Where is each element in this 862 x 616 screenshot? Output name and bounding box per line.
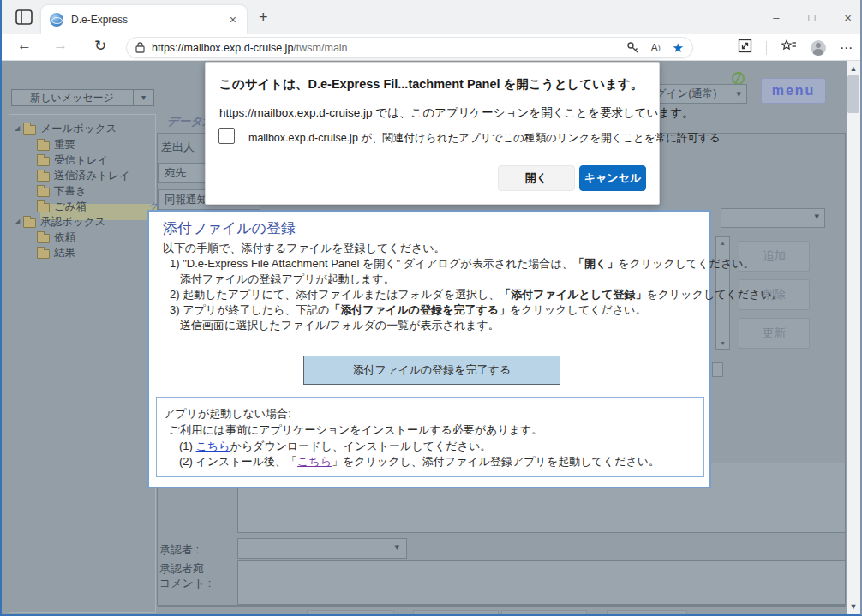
modal-intro: 以下の手順で、添付するファイルを登録してください。 xyxy=(163,241,446,256)
approver-comment-label-line1: 承認者宛 xyxy=(159,561,204,577)
bottom-action-button-2[interactable] xyxy=(413,610,499,614)
approver-select[interactable]: ▾ xyxy=(237,538,407,559)
back-button[interactable]: ← xyxy=(17,37,32,54)
always-allow-checkbox[interactable] xyxy=(218,128,235,144)
forward-button[interactable]: → xyxy=(53,37,68,54)
folder-tree-panel: ◢メールボックス 重要 受信トレイ 送信済みトレイ 下書き ごみ箱 クリア ◢承… xyxy=(9,114,156,613)
step1-bold: 「開く」 xyxy=(573,257,618,270)
collections-icon[interactable] xyxy=(781,39,797,57)
scroll-down-icon[interactable]: ▾ xyxy=(716,339,729,347)
tab-close-icon[interactable]: × xyxy=(228,13,238,27)
url-path: /twsm/main xyxy=(293,42,347,54)
modal-step2: 2) 起動したアプリにて、添付ファイルまたはフォルダを選択し、「添付ファイルとし… xyxy=(170,287,783,302)
complete-registration-button[interactable]: 添付ファイルの登録を完了する xyxy=(303,356,560,385)
menu-button[interactable]: menu xyxy=(761,78,826,104)
password-key-icon[interactable] xyxy=(626,41,639,54)
modal-step1: 1) "D.e-Express File Attachment Panel を開… xyxy=(170,256,755,272)
profile-avatar[interactable] xyxy=(811,40,826,56)
address-bar[interactable]: https://mailbox.exp.d-cruise.jp/twsm/mai… xyxy=(126,37,693,58)
help-line2-pre: (1) xyxy=(179,440,196,452)
open-app-permission-dialog: このサイトは、D.e-Express Fil...tachment Panel … xyxy=(205,62,660,205)
form-bottom-border xyxy=(158,606,846,607)
new-message-dropdown-icon[interactable]: ▾ xyxy=(133,90,153,105)
new-message-label: 新しいメッセージ xyxy=(12,90,132,105)
update-button[interactable]: 更新 xyxy=(739,318,810,349)
help-line2: (1) こちらからダウンロードし、インストールしてください。 xyxy=(179,439,491,454)
tree-label: 送信済みトレイ xyxy=(54,170,130,182)
open-button[interactable]: 開く xyxy=(498,165,575,191)
sidebar-item-results[interactable]: 結果 xyxy=(37,246,75,261)
dialog-app-name: D.e-Express Fil...tachment Panel xyxy=(308,77,500,91)
tree-label: メールボックス xyxy=(40,123,117,135)
launch-here-link[interactable]: こちら xyxy=(297,455,332,468)
tree-label: 下書き xyxy=(54,185,87,197)
tab-workspaces-icon[interactable] xyxy=(15,9,33,25)
browser-toolbar: ← → ↻ https://mailbox.exp.d-cruise.jp/tw… xyxy=(2,34,860,61)
url-text[interactable]: https://mailbox.exp.d-cruise.jp/twsm/mai… xyxy=(152,42,614,54)
window-maximize-button[interactable]: □ xyxy=(808,11,815,24)
sidebar-item-mailbox[interactable]: ◢メールボックス xyxy=(15,122,117,137)
folder-icon xyxy=(37,249,50,259)
read-aloud-icon[interactable]: A) xyxy=(651,42,661,54)
new-tab-button[interactable]: + xyxy=(259,9,268,26)
user-status-icon xyxy=(732,72,745,85)
sidebar-item-inbox[interactable]: 受信トレイ xyxy=(37,153,108,169)
tab-title: D.e-Express xyxy=(71,14,228,26)
help-line1: ご利用には事前にアプリケーションをインストールする必要があります。 xyxy=(169,422,542,438)
tree-label: 承認ボックス xyxy=(40,216,105,228)
sidebar-item-approval-box[interactable]: ◢承認ボックス xyxy=(15,215,105,230)
download-here-link[interactable]: こちら xyxy=(196,440,230,452)
sidebar-item-trash[interactable]: ごみ箱 クリア xyxy=(37,200,157,215)
sidebar-item-requests[interactable]: 依頼 xyxy=(37,230,75,246)
modal-title: 添付ファイルの登録 xyxy=(163,218,296,238)
step2-text-post: をクリックしてください。 xyxy=(646,288,782,301)
step3-bold: 「添付ファイルの登録を完了する」 xyxy=(330,303,510,316)
folder-icon xyxy=(37,203,50,212)
tree-expand-icon[interactable]: ◢ xyxy=(15,215,20,229)
toolbar-divider xyxy=(766,41,767,55)
browser-tab[interactable]: D.e-Express × xyxy=(41,5,247,34)
bottom-action-button-3[interactable] xyxy=(501,610,587,614)
attachment-type-select[interactable]: ▾ xyxy=(721,208,825,228)
step1-text: 1) "D.e-Express File Attachment Panel を開… xyxy=(170,257,573,270)
app-not-starting-help-box: アプリが起動しない場合: ご利用には事前にアプリケーションをインストールする必要… xyxy=(156,397,704,477)
sidebar-item-sent[interactable]: 送信済みトレイ xyxy=(37,169,130,184)
help-line3: (2) インストール後、「こちら」をクリックし、添付ファイル登録アプリを起動して… xyxy=(179,454,660,469)
split-screen-icon[interactable] xyxy=(738,39,752,57)
chevron-down-icon: ▾ xyxy=(736,85,741,103)
new-message-button[interactable]: 新しいメッセージ ▾ xyxy=(11,89,154,106)
chevron-down-icon: ▾ xyxy=(814,211,819,222)
folder-icon xyxy=(37,141,50,151)
favorite-star-icon[interactable]: ★ xyxy=(673,40,684,56)
refresh-button[interactable]: ↻ xyxy=(94,37,106,55)
tree-expand-icon[interactable]: ◢ xyxy=(15,122,20,135)
modal-step1-note: 添付ファイルの登録アプリが起動します。 xyxy=(180,272,395,287)
settings-ellipsis-icon[interactable]: ⋯ xyxy=(840,40,853,56)
step2-bold: 「添付ファイルとして登録」 xyxy=(500,288,646,301)
scrollbar-up-icon[interactable]: ▲ xyxy=(847,64,860,73)
folder-icon xyxy=(37,172,50,182)
window-minimize-button[interactable]: – xyxy=(773,11,779,24)
from-label: 差出人 xyxy=(161,140,195,155)
scroll-up-icon[interactable]: ▴ xyxy=(716,239,729,247)
approver-comment-label-line2: コメント : xyxy=(159,576,211,591)
dialog-title: このサイトは、D.e-Express Fil...tachment Panel … xyxy=(219,76,643,93)
lock-icon[interactable] xyxy=(135,42,145,53)
folder-icon xyxy=(37,157,50,166)
cancel-button[interactable]: キャンセル xyxy=(579,165,646,191)
window-close-button[interactable]: × xyxy=(844,10,852,25)
approver-comment-textarea[interactable] xyxy=(237,560,846,605)
scrollbar-down-icon[interactable]: ▼ xyxy=(847,602,860,611)
help-line2-post: からダウンロードし、インストールしてください。 xyxy=(230,440,491,452)
tree-label: ごみ箱 xyxy=(54,200,87,212)
help-line3-pre: (2) インストール後、「 xyxy=(179,455,297,468)
scrollbar-thumb[interactable] xyxy=(847,75,859,113)
sidebar-item-drafts[interactable]: 下書き xyxy=(37,184,87,200)
page-scrollbar[interactable]: ▲ ▼ xyxy=(847,61,860,614)
sidebar-item-important[interactable]: 重要 xyxy=(37,138,75,153)
dialog-body: https://mailbox.exp.d-cruise.jp では、このアプリ… xyxy=(219,105,693,121)
tree-label: 結果 xyxy=(54,247,75,259)
bottom-action-button-4[interactable] xyxy=(607,610,687,614)
modal-step3-note: 送信画面に選択したファイル/フォルダの一覧が表示されます。 xyxy=(180,318,500,333)
bottom-action-button-1[interactable] xyxy=(307,610,394,614)
